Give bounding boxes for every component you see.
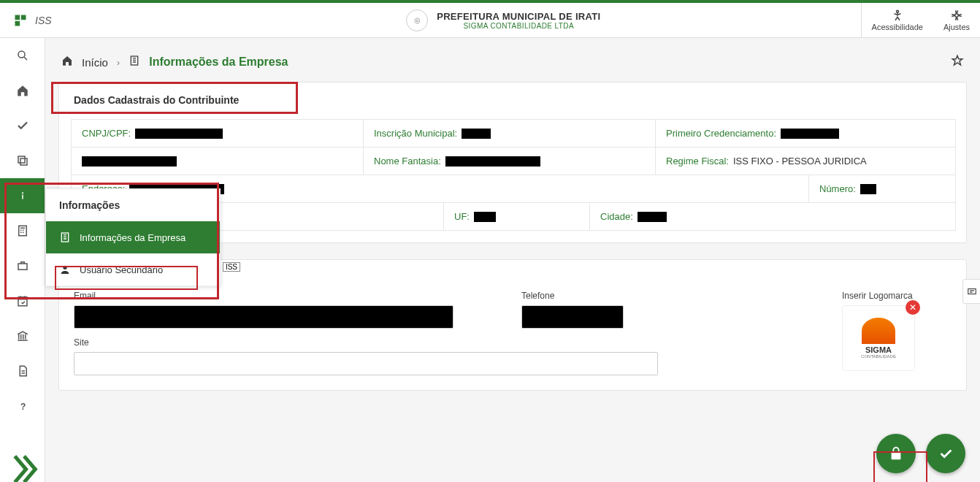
breadcrumb-icon bbox=[129, 55, 140, 69]
logo-upload[interactable]: ✕ SIGMA CONTABILIDADE bbox=[842, 305, 915, 371]
svg-point-3 bbox=[896, 10, 898, 12]
sidebar-home[interactable] bbox=[0, 73, 45, 108]
right-panel-toggle[interactable] bbox=[962, 279, 980, 304]
sigma-name: SIGMA bbox=[861, 345, 896, 354]
org-subtitle: SIGMA CONTABILIDADE LTDA bbox=[437, 22, 600, 30]
org-title: PREFEITURA MUNICIPAL DE IRATI bbox=[437, 11, 600, 22]
val-uf bbox=[474, 212, 496, 222]
sidebar-search[interactable] bbox=[0, 38, 45, 73]
sigma-logo-icon: SIGMA CONTABILIDADE bbox=[861, 318, 896, 359]
flyout-item-usuario[interactable]: Usuário Secundário bbox=[46, 253, 220, 286]
lbl-inscricao: Inscrição Municipal: bbox=[374, 128, 457, 139]
svg-rect-2 bbox=[15, 20, 20, 26]
svg-rect-11 bbox=[18, 264, 27, 269]
sidebar-copy[interactable] bbox=[0, 143, 45, 178]
flyout-item-empresa[interactable]: Informações da Empresa bbox=[46, 221, 220, 253]
sidebar-calendar[interactable] bbox=[0, 283, 45, 318]
svg-rect-9 bbox=[22, 195, 23, 199]
org-seal-icon: ◎ bbox=[406, 9, 428, 31]
svg-rect-0 bbox=[15, 15, 20, 20]
card-cadastrais-title: Dados Cadastrais do Contribuinte bbox=[59, 83, 966, 113]
sidebar-flyout: Informações Informações da Empresa Usuár… bbox=[45, 188, 221, 286]
svg-rect-17 bbox=[968, 289, 976, 294]
svg-rect-7 bbox=[18, 156, 25, 163]
val-razao bbox=[82, 156, 177, 167]
breadcrumb: Início › Informações da Empresa bbox=[58, 47, 967, 82]
input-email[interactable] bbox=[74, 305, 453, 329]
sidebar-info[interactable] bbox=[0, 178, 45, 213]
lbl-telefone: Telefone bbox=[521, 291, 726, 301]
accessibility-label: Acessibilidade bbox=[872, 23, 923, 31]
breadcrumb-sep: › bbox=[117, 57, 120, 68]
fab-confirm-button[interactable] bbox=[926, 434, 965, 473]
flyout-tag: ISS bbox=[223, 262, 240, 272]
settings-label: Ajustes bbox=[943, 23, 970, 31]
logo-remove-button[interactable]: ✕ bbox=[906, 300, 920, 315]
val-primeiro bbox=[781, 129, 839, 139]
svg-point-5 bbox=[18, 51, 25, 58]
module-icon bbox=[13, 13, 28, 28]
val-inscricao bbox=[462, 129, 491, 139]
fab-lock-button[interactable] bbox=[876, 434, 916, 473]
breadcrumb-home[interactable]: Início bbox=[82, 56, 108, 69]
val-cidade bbox=[638, 212, 667, 222]
lbl-cidade: Cidade: bbox=[600, 211, 633, 222]
sidebar-check[interactable] bbox=[0, 108, 45, 143]
sidebar-doc[interactable] bbox=[0, 353, 45, 389]
lbl-fantasia: Nome Fantasia: bbox=[374, 156, 441, 167]
svg-rect-1 bbox=[21, 15, 26, 20]
input-telefone[interactable] bbox=[521, 305, 624, 329]
svg-point-8 bbox=[21, 192, 23, 194]
val-cnpj bbox=[135, 129, 223, 139]
sidebar-bank[interactable] bbox=[0, 318, 45, 353]
topbar: ISS ◎ PREFEITURA MUNICIPAL DE IRATI SIGM… bbox=[0, 3, 980, 38]
module-label: ISS bbox=[35, 15, 52, 26]
sidebar-help[interactable]: ? bbox=[0, 389, 45, 424]
val-regime: ISS FIXO - PESSOA JURIDICA bbox=[733, 156, 867, 167]
breadcrumb-current: Informações da Empresa bbox=[149, 56, 288, 69]
sidebar-briefcase[interactable] bbox=[0, 248, 45, 283]
lbl-logo: Inserir Logomarca bbox=[842, 291, 952, 301]
svg-rect-12 bbox=[18, 297, 27, 306]
val-numero bbox=[860, 184, 876, 194]
home-icon[interactable] bbox=[61, 55, 73, 69]
flyout-item-usuario-label: Usuário Secundário bbox=[80, 264, 163, 275]
lbl-regime: Regime Fiscal: bbox=[666, 156, 729, 167]
accessibility-button[interactable]: Acessibilidade bbox=[862, 3, 933, 37]
settings-button[interactable]: Ajustes bbox=[933, 3, 980, 37]
lbl-uf: UF: bbox=[454, 211, 470, 222]
svg-rect-6 bbox=[20, 158, 27, 165]
svg-point-15 bbox=[63, 266, 66, 269]
sidebar-expand[interactable] bbox=[0, 456, 45, 482]
lbl-cnpj: CNPJ/CPF: bbox=[82, 128, 131, 139]
lbl-primeiro: Primeiro Credenciamento: bbox=[666, 128, 776, 139]
input-site[interactable] bbox=[74, 352, 658, 375]
svg-text:?: ? bbox=[20, 402, 26, 412]
favorite-star[interactable] bbox=[951, 54, 964, 70]
svg-point-4 bbox=[955, 14, 959, 18]
lbl-numero: Número: bbox=[819, 183, 856, 194]
val-fantasia bbox=[445, 156, 540, 167]
lbl-site: Site bbox=[74, 337, 823, 348]
sigma-sub: CONTABILIDADE bbox=[861, 354, 896, 359]
sidebar-calc[interactable] bbox=[0, 213, 45, 248]
flyout-item-empresa-label: Informações da Empresa bbox=[80, 232, 185, 243]
flyout-header: Informações bbox=[46, 189, 220, 221]
sidebar: ? bbox=[0, 38, 45, 482]
